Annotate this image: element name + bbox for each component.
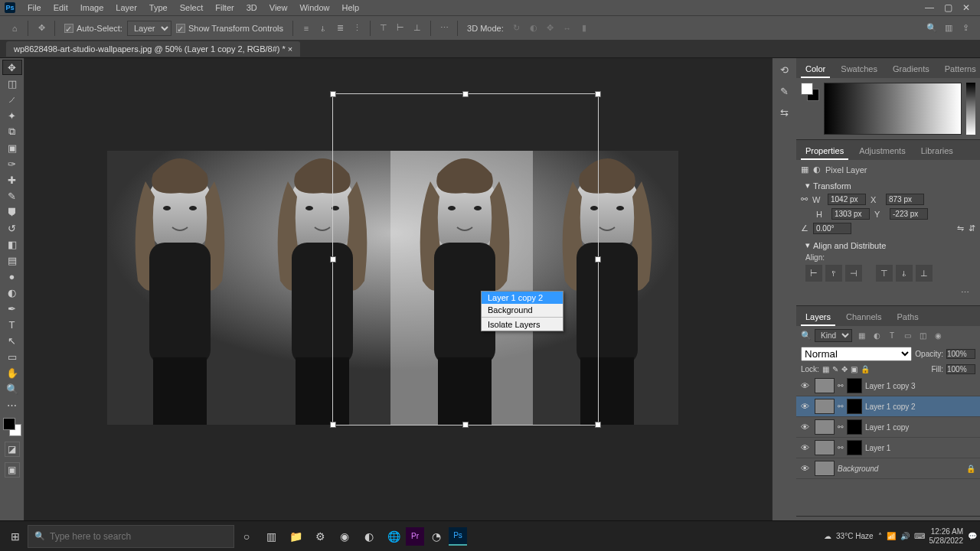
quick-mask-icon[interactable]: ◪ bbox=[5, 442, 20, 457]
prop-align-right[interactable]: ⊣ bbox=[845, 265, 862, 282]
prop-align-top[interactable]: ⊤ bbox=[876, 265, 893, 282]
blur-tool[interactable]: ● bbox=[2, 269, 22, 284]
color-picker-gradient[interactable] bbox=[824, 83, 962, 135]
menu-view[interactable]: View bbox=[263, 1, 294, 15]
path-select-tool[interactable]: ↖ bbox=[2, 333, 22, 348]
network-icon[interactable]: 📶 bbox=[887, 532, 896, 540]
layer-name[interactable]: Background bbox=[838, 465, 963, 473]
menu-file[interactable]: File bbox=[21, 1, 47, 15]
filter-type-icon[interactable]: T bbox=[886, 330, 898, 342]
settings-icon[interactable]: ⚙ bbox=[308, 524, 332, 549]
browser-icon[interactable]: 🌐 bbox=[381, 524, 406, 549]
lock-pixels-icon[interactable]: ✎ bbox=[832, 365, 838, 373]
type-tool[interactable]: T bbox=[2, 317, 22, 332]
layer-item[interactable]: 👁 ⚯ Layer 1 bbox=[796, 438, 980, 458]
menu-layer[interactable]: Layer bbox=[109, 1, 143, 15]
layer-item[interactable]: 👁 ⚯ Layer 1 copy bbox=[796, 417, 980, 438]
search-icon[interactable]: 🔍 bbox=[923, 20, 940, 37]
photoshop-taskbar-icon[interactable]: Ps bbox=[449, 527, 467, 546]
menu-window[interactable]: Window bbox=[293, 1, 335, 15]
screen-mode-icon[interactable]: ▣ bbox=[5, 462, 20, 478]
color-swatch-pair[interactable] bbox=[801, 83, 819, 101]
menu-help[interactable]: Help bbox=[336, 1, 366, 15]
menu-type[interactable]: Type bbox=[143, 1, 174, 15]
auto-select-dropdown[interactable]: Layer bbox=[127, 21, 172, 36]
canvas[interactable]: Layer 1 copy 2 Background Isolate Layers… bbox=[24, 58, 772, 536]
more-tools[interactable]: ⋯ bbox=[2, 397, 22, 412]
clock[interactable]: 12:26 AM 5/28/2022 bbox=[929, 527, 964, 546]
filter-pixel-icon[interactable]: ▦ bbox=[855, 330, 867, 342]
align-center-h-icon[interactable]: ⫰ bbox=[315, 20, 332, 37]
eyedropper-tool[interactable]: ✑ bbox=[2, 156, 22, 171]
shape-tool[interactable]: ▭ bbox=[2, 349, 22, 364]
crop-tool[interactable]: ⧉ bbox=[2, 124, 22, 139]
handle-tc[interactable] bbox=[462, 91, 469, 97]
tab-patterns[interactable]: Patterns bbox=[940, 61, 980, 78]
gradient-tool[interactable]: ▤ bbox=[2, 253, 22, 268]
handle-br[interactable] bbox=[595, 422, 601, 428]
ctx-isolate[interactable]: Isolate Layers bbox=[482, 318, 563, 331]
layer-thumbnail[interactable] bbox=[815, 419, 835, 435]
layer-name[interactable]: Layer 1 bbox=[865, 444, 975, 452]
ctx-background[interactable]: Background bbox=[482, 304, 563, 316]
volume-icon[interactable]: 🔊 bbox=[900, 532, 910, 540]
tray-chevron-icon[interactable]: ˄ bbox=[878, 532, 882, 540]
move-tool[interactable]: ✥ bbox=[2, 60, 22, 75]
layer-item[interactable]: 👁 ⚯ Layer 1 copy 3 bbox=[796, 376, 980, 396]
tab-paths[interactable]: Paths bbox=[893, 309, 923, 326]
x-input[interactable] bbox=[886, 194, 924, 205]
tab-gradients[interactable]: Gradients bbox=[888, 61, 934, 78]
lasso-tool[interactable]: ⟋ bbox=[2, 92, 22, 107]
filter-shape-icon[interactable]: ▭ bbox=[901, 330, 913, 342]
angle-input[interactable] bbox=[813, 223, 851, 234]
handle-bl[interactable] bbox=[330, 422, 336, 428]
menu-filter[interactable]: Filter bbox=[209, 1, 240, 15]
pen-tool[interactable]: ✒ bbox=[2, 301, 22, 316]
lock-position-icon[interactable]: ✥ bbox=[841, 365, 848, 373]
layer-name[interactable]: Layer 1 copy bbox=[865, 423, 975, 432]
explorer-icon[interactable]: 📁 bbox=[283, 524, 308, 549]
mask-thumbnail[interactable] bbox=[847, 399, 862, 414]
mask-thumbnail[interactable] bbox=[847, 419, 862, 435]
healing-tool[interactable]: ✚ bbox=[2, 172, 22, 187]
flip-v-icon[interactable]: ⇵ bbox=[969, 223, 975, 233]
app2-icon[interactable]: ◔ bbox=[424, 524, 449, 549]
more-align-icon[interactable]: ⋯ bbox=[436, 20, 452, 37]
panel-fg-color[interactable] bbox=[801, 83, 813, 95]
task-view-icon[interactable]: ▥ bbox=[259, 524, 283, 549]
foreground-color[interactable] bbox=[3, 418, 15, 430]
handle-bc[interactable] bbox=[462, 422, 469, 428]
handle-tr[interactable] bbox=[595, 91, 601, 97]
handle-ml[interactable] bbox=[330, 256, 336, 262]
marquee-tool[interactable]: ◫ bbox=[2, 76, 22, 91]
handle-tl[interactable] bbox=[330, 91, 336, 97]
history-brush-tool[interactable]: ↺ bbox=[2, 220, 22, 236]
prop-align-bottom[interactable]: ⊥ bbox=[916, 265, 933, 282]
lock-all-icon[interactable]: 🔒 bbox=[861, 365, 870, 373]
tab-adjustments[interactable]: Adjustments bbox=[854, 143, 910, 160]
search-input[interactable] bbox=[50, 531, 227, 542]
tab-close-icon[interactable]: × bbox=[288, 44, 292, 54]
minimize-button[interactable]: — bbox=[920, 2, 939, 13]
brush-tool[interactable]: ✎ bbox=[2, 188, 22, 204]
filter-adjust-icon[interactable]: ◐ bbox=[871, 330, 883, 342]
tab-channels[interactable]: Channels bbox=[841, 309, 886, 326]
quick-select-tool[interactable]: ✦ bbox=[2, 108, 22, 123]
tab-properties[interactable]: Properties bbox=[801, 143, 848, 160]
width-input[interactable] bbox=[828, 194, 866, 205]
flip-h-icon[interactable]: ⇋ bbox=[957, 223, 964, 233]
blend-mode-dropdown[interactable]: Normal bbox=[801, 347, 912, 361]
align-section[interactable]: ▾ Align and Distribute bbox=[801, 237, 975, 253]
eraser-tool[interactable]: ◧ bbox=[2, 236, 22, 252]
close-button[interactable]: ✕ bbox=[957, 2, 975, 13]
tab-color[interactable]: Color bbox=[801, 61, 830, 78]
menu-edit[interactable]: Edit bbox=[47, 1, 74, 15]
dodge-tool[interactable]: ◐ bbox=[2, 285, 22, 300]
menu-3d[interactable]: 3D bbox=[240, 1, 263, 15]
taskbar-search[interactable]: 🔍 bbox=[28, 525, 234, 548]
tab-libraries[interactable]: Libraries bbox=[916, 143, 958, 160]
move-tool-icon[interactable]: ✥ bbox=[33, 20, 50, 37]
premiere-icon[interactable]: Pr bbox=[406, 527, 424, 546]
actions-panel-icon[interactable]: ⇆ bbox=[776, 104, 793, 121]
mask-thumbnail[interactable] bbox=[847, 440, 862, 455]
